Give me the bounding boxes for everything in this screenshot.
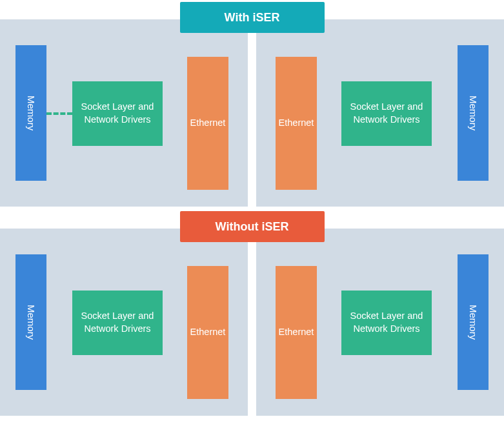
ethernet-block: Ethernet xyxy=(187,266,228,399)
ethernet-block: Ethernet xyxy=(187,57,228,190)
socket-layer-block: Socket Layer and Network Drivers xyxy=(72,81,163,146)
without-right-panel: Ethernet Socket Layer and Network Driver… xyxy=(256,229,504,416)
with-right-panel: Ethernet Socket Layer and Network Driver… xyxy=(256,19,504,207)
without-left-panel: Memory Socket Layer and Network Drivers … xyxy=(0,229,248,416)
socket-layer-block: Socket Layer and Network Drivers xyxy=(72,291,163,355)
without-iser-section: Without iSER Memory Socket Layer and Net… xyxy=(0,229,504,416)
ethernet-block: Ethernet xyxy=(276,266,317,399)
title-without-iser: Without iSER xyxy=(180,211,325,242)
with-left-panel: Memory Socket Layer and Network Drivers … xyxy=(0,19,248,207)
memory-block: Memory xyxy=(15,45,46,181)
memory-block: Memory xyxy=(458,254,489,390)
memory-block: Memory xyxy=(15,254,46,390)
socket-layer-block: Socket Layer and Network Drivers xyxy=(341,291,432,355)
title-with-iser: With iSER xyxy=(180,2,325,33)
ethernet-block: Ethernet xyxy=(276,57,317,190)
memory-block: Memory xyxy=(458,45,489,181)
dashed-connector xyxy=(46,112,72,115)
with-iser-section: With iSER Memory Socket Layer and Networ… xyxy=(0,19,504,207)
socket-layer-block: Socket Layer and Network Drivers xyxy=(341,81,432,146)
